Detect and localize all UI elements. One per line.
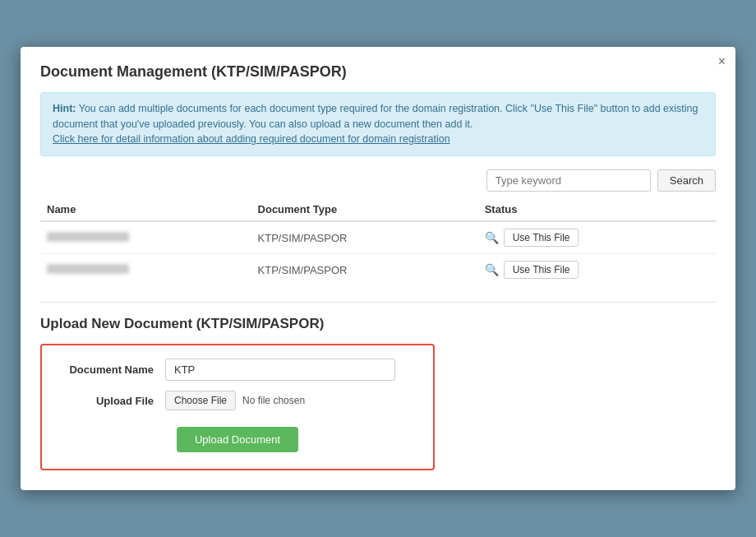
row-name	[40, 254, 251, 286]
use-this-file-button[interactable]: Use This File	[504, 229, 579, 247]
upload-file-row: Upload File Choose File No file chosen	[58, 391, 417, 410]
hint-box: Hint: You can add multiple documents for…	[40, 92, 716, 156]
row-status: 🔍Use This File	[478, 254, 716, 286]
section-divider	[40, 302, 716, 303]
search-icon: 🔍	[485, 231, 499, 244]
upload-form-box: Document Name Upload File Choose File No…	[40, 344, 435, 470]
row-status: 🔍Use This File	[478, 221, 716, 254]
choose-file-button[interactable]: Choose File	[165, 391, 236, 410]
modal-title: Document Management (KTP/SIM/PASPOR)	[40, 63, 716, 81]
hint-link[interactable]: Click here for detail information about …	[53, 133, 450, 145]
table-row: KTP/SIM/PASPOR🔍Use This File	[40, 254, 716, 286]
search-button[interactable]: Search	[657, 169, 716, 192]
use-this-file-button[interactable]: Use This File	[504, 261, 579, 279]
search-input[interactable]	[486, 169, 651, 192]
row-doc-type: KTP/SIM/PASPOR	[251, 254, 478, 286]
hint-prefix: Hint:	[53, 103, 76, 114]
row-doc-type: KTP/SIM/PASPOR	[251, 221, 478, 254]
document-table: Name Document Type Status KTP/SIM/PASPOR…	[40, 198, 716, 285]
document-name-row: Document Name	[58, 359, 417, 381]
search-icon: 🔍	[485, 263, 499, 276]
file-input-row: Choose File No file chosen	[165, 391, 305, 410]
search-row: Search	[40, 169, 716, 192]
upload-section-title: Upload New Document (KTP/SIM/PASPOR)	[40, 316, 716, 332]
col-name: Name	[40, 198, 251, 221]
upload-button-row: Upload Document	[58, 420, 417, 452]
close-button[interactable]: ×	[718, 55, 726, 68]
upload-document-button[interactable]: Upload Document	[177, 427, 298, 452]
no-file-text: No file chosen	[242, 395, 305, 406]
upload-file-label: Upload File	[58, 395, 165, 407]
modal-overlay: × Document Management (KTP/SIM/PASPOR) H…	[0, 0, 756, 537]
col-doc-type: Document Type	[251, 198, 478, 221]
document-name-input[interactable]	[165, 359, 395, 381]
document-name-label: Document Name	[58, 363, 165, 376]
row-name	[40, 221, 251, 254]
col-status: Status	[478, 198, 716, 221]
hint-text: You can add multiple documents for each …	[53, 103, 698, 130]
modal: × Document Management (KTP/SIM/PASPOR) H…	[21, 47, 735, 490]
table-row: KTP/SIM/PASPOR🔍Use This File	[40, 221, 716, 254]
